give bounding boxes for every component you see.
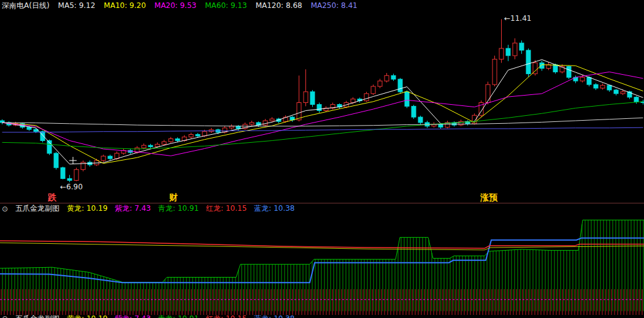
candle-body	[553, 65, 558, 72]
candle-body	[580, 77, 585, 81]
clipped-toggle-icon: ⊙	[2, 314, 8, 318]
low-price-annotation: ←6.90	[60, 183, 83, 191]
candle-body	[398, 79, 402, 92]
candle-body	[540, 63, 544, 69]
pane-divider[interactable]	[0, 203, 644, 203]
ma250-label: MA250: 8.41	[311, 1, 358, 10]
candle-body	[439, 124, 443, 127]
plus-marker-icon	[69, 157, 77, 164]
candle-body	[297, 103, 301, 120]
ma-line-MA20	[2, 72, 643, 156]
indicator-chart[interactable]	[0, 213, 644, 318]
chart-header: 深南电A(日线) MA5: 9.12 MA10: 9.20 MA20: 9.53…	[0, 0, 644, 11]
mark-zhangyu: 涨预	[480, 192, 498, 202]
clipped-item-3: 红龙: 10.15	[206, 314, 247, 318]
candle-body	[169, 139, 173, 142]
candle-body	[634, 97, 638, 102]
candle-body	[493, 59, 497, 85]
dragon-line-黄龙	[0, 243, 644, 250]
candle-body	[310, 92, 315, 105]
high-price-annotation: ←11.41	[504, 14, 531, 23]
candle-body	[155, 144, 159, 146]
dragon-lines-layer	[0, 220, 644, 300]
clipped-item-4: 蓝龙: 10.38	[254, 314, 294, 318]
qinglong-label: 青龙: 10.91	[158, 203, 199, 214]
candle-body	[108, 156, 112, 159]
ma10-label: MA10: 9.20	[104, 1, 145, 10]
dragon-line-蓝龙	[0, 238, 644, 282]
indicator-title: 五爪金龙副图	[15, 203, 59, 214]
candle-body	[385, 75, 389, 81]
candle-body	[364, 94, 369, 101]
clipped-item-1: 紫龙: 7.43	[115, 314, 151, 318]
candle-body	[175, 139, 180, 141]
huanglong-label: 黄龙: 10.19	[67, 203, 107, 214]
lanlong-label: 蓝龙: 10.38	[254, 203, 294, 214]
symbol-title: 深南电A(日线)	[2, 1, 50, 11]
ma-line-MA5	[2, 59, 643, 164]
ma-lines-layer	[2, 59, 643, 164]
candle-body	[304, 92, 308, 103]
zilong-label: 紫龙: 7.43	[115, 203, 151, 214]
candle-body	[61, 168, 65, 179]
candle-body	[101, 156, 105, 161]
candle-body	[607, 85, 611, 90]
candle-body	[67, 178, 72, 180]
candle-body	[600, 85, 605, 88]
candle-body	[371, 86, 375, 94]
clipped-item-2: 青龙: 10.91	[158, 314, 199, 318]
ma-line-MA10	[2, 65, 643, 164]
mark-die: 跌	[47, 192, 57, 202]
candle-body	[391, 75, 396, 79]
ma120-label: MA120: 8.68	[256, 1, 302, 10]
candle-body	[378, 81, 382, 86]
candle-body	[202, 132, 207, 136]
candle-body	[526, 50, 531, 74]
candle-body	[621, 92, 625, 94]
candle-body	[196, 135, 200, 136]
candle-body	[405, 92, 409, 107]
candle-body	[162, 142, 166, 144]
candle-body	[40, 132, 45, 141]
ma-line-MA120	[2, 118, 643, 126]
dragon-line-青龙	[0, 220, 644, 282]
mark-cai: 财	[169, 192, 178, 202]
candle-body	[148, 145, 153, 146]
collapse-toggle-icon[interactable]: ⊙	[2, 205, 8, 213]
candle-body	[486, 85, 490, 103]
clipped-item-0: 黄龙: 10.19	[67, 314, 107, 318]
candle-body	[519, 43, 524, 50]
candle-body	[54, 153, 58, 168]
candle-body	[567, 67, 571, 78]
indicator-header: ⊙ 五爪金龙副图 黄龙: 10.19 紫龙: 7.43 青龙: 10.91 红龙…	[0, 204, 644, 213]
candle-body	[412, 106, 416, 117]
stock-chart-window: ←11.41 ←6.90 跌 财 涨预 深南电A(日线) MA5: 9.12 M…	[0, 0, 644, 318]
honglong-label: 红龙: 10.15	[206, 203, 247, 214]
candle-body	[236, 126, 240, 129]
candle-body	[418, 117, 423, 123]
candle-body	[229, 126, 234, 128]
candle-body	[189, 135, 193, 137]
candle-body	[250, 123, 254, 124]
candle-body	[594, 85, 598, 88]
candle-body	[270, 119, 274, 121]
candle-body	[74, 170, 79, 181]
ma5-label: MA5: 9.12	[58, 1, 96, 10]
candle-body	[513, 43, 517, 56]
main-price-chart[interactable]: ←11.41 ←6.90 跌 财 涨预	[0, 0, 644, 203]
candle-body	[614, 90, 618, 94]
candle-body	[499, 48, 504, 59]
candle-body	[587, 77, 591, 85]
clipped-next-pane-header: ⊙ 五爪金龙副图 黄龙: 10.19 紫龙: 7.43 青龙: 10.91 红龙…	[0, 314, 644, 318]
candle-body	[27, 127, 31, 130]
candle-body	[263, 121, 267, 125]
ma20-label: MA20: 9.53	[155, 1, 196, 10]
candle-body	[506, 48, 510, 56]
ma60-label: MA60: 9.13	[205, 1, 247, 10]
clipped-title: 五爪金龙副图	[15, 314, 59, 318]
candle-body	[317, 105, 321, 111]
candlestick-layer	[0, 19, 644, 182]
candle-body	[142, 145, 146, 148]
ma-line-MA250	[2, 127, 643, 132]
